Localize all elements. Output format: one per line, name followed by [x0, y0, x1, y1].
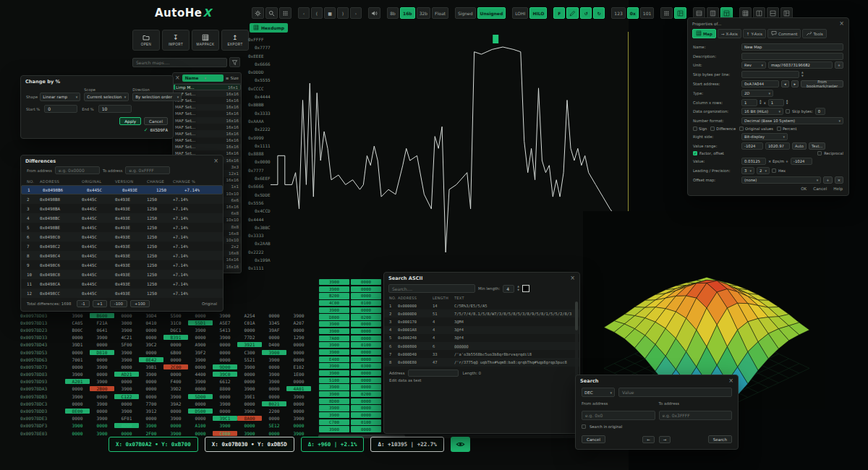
hex-cell[interactable]: 0000: [65, 431, 90, 436]
offset-map-add-button[interactable]: +: [823, 176, 832, 184]
hex-cell[interactable]: 0000: [90, 357, 114, 362]
hex-cell[interactable]: 2F00: [139, 431, 163, 436]
diff-row[interactable]: 70x0498C20x445C0x493E1250+7.14%: [21, 242, 223, 251]
maps-sort-name[interactable]: Name▾: [182, 74, 224, 82]
hex-cell[interactable]: 0000: [90, 372, 114, 377]
hex-cell[interactable]: 3900: [319, 342, 349, 348]
hex-cell[interactable]: 0000: [163, 357, 188, 362]
tab-y-axis[interactable]: ↑Y-Axis: [743, 29, 766, 38]
hex-cell[interactable]: 0000: [188, 335, 213, 340]
hex-cell[interactable]: 3900: [237, 386, 262, 391]
hex-cell[interactable]: 0100: [351, 300, 381, 306]
close-icon[interactable]: ×: [839, 21, 844, 27]
offset-map-clear-button[interactable]: ×: [835, 176, 843, 184]
cancel-button[interactable]: Cancel: [813, 187, 827, 191]
hex-cell[interactable]: B600: [90, 313, 114, 318]
min-length-input[interactable]: [503, 285, 514, 293]
hex-cell[interactable]: 3900: [319, 426, 349, 432]
hex-cell[interactable]: 4C00: [319, 300, 349, 306]
hex-cell[interactable]: C122: [114, 394, 139, 399]
hex-cell[interactable]: 3900: [237, 431, 262, 436]
skip-stepper[interactable]: ▲▼: [801, 72, 804, 77]
precision-select[interactable]: 2▾: [757, 167, 770, 174]
hex-cell[interactable]: 3900: [213, 423, 237, 428]
hex-cell[interactable]: 3900: [114, 357, 139, 362]
hex-cell[interactable]: 55D1: [188, 320, 213, 325]
hex-cell[interactable]: 9D00: [213, 364, 237, 369]
status-coords-button[interactable]: X: 0x07B030 • Y: 0xDB5D: [205, 437, 294, 452]
range-min-input[interactable]: [741, 142, 763, 150]
hex-cell[interactable]: 8800: [213, 386, 237, 391]
hex-cell[interactable]: 0000: [351, 293, 381, 299]
diff-to-input[interactable]: [125, 166, 170, 174]
status-delta-button[interactable]: Δ: +10395 | +22.7%: [370, 437, 443, 452]
diff-row[interactable]: 100x0498C80x445C0x493E1250+7.14%: [21, 270, 223, 279]
help-button[interactable]: Help: [833, 187, 843, 191]
hex-cell[interactable]: 0000: [351, 426, 381, 432]
hex-cell[interactable]: 3900: [213, 401, 237, 406]
range-text-button[interactable]: Text...: [809, 142, 825, 150]
ascii-address-input[interactable]: [408, 369, 459, 377]
search-button[interactable]: Search: [708, 435, 732, 443]
hex-cell[interactable]: 0000: [163, 409, 188, 414]
map-row[interactable]: MAF Set...16x16: [173, 90, 241, 97]
hex-cell[interactable]: 6612: [213, 379, 237, 384]
maps-sort-size[interactable]: ≡Size: [226, 76, 239, 80]
hex-row[interactable]: 0x00978D033900B600000039D4550000003900A2…: [20, 312, 311, 319]
hex-cell[interactable]: 0000: [139, 416, 163, 421]
type-select[interactable]: 2D▾: [741, 90, 773, 97]
close-icon[interactable]: ×: [213, 158, 218, 164]
hex-cell[interactable]: 3900: [319, 279, 349, 285]
hex-cell[interactable]: 0000: [286, 409, 311, 414]
tab-x-axis[interactable]: →X-Axis: [718, 29, 741, 38]
hex-cell[interactable]: 3900: [319, 328, 349, 334]
hex-cell[interactable]: 5F00: [114, 342, 139, 347]
toolbar-8b-button[interactable]: 8b: [387, 7, 399, 19]
hex-cell[interactable]: 3900: [90, 401, 114, 406]
cancel-button[interactable]: Cancel: [144, 117, 168, 125]
hex-cell[interactable]: 39D4: [139, 313, 163, 318]
hex-cell[interactable]: CA05: [65, 320, 90, 325]
hex-cell[interactable]: 4400: [188, 372, 213, 377]
hex-cell[interactable]: C300: [237, 350, 262, 355]
import-button[interactable]: ↧IMPORT: [162, 30, 190, 51]
hex-cell[interactable]: 0000: [351, 307, 381, 313]
hex-cell[interactable]: 4D00: [114, 423, 139, 428]
hex-cell[interactable]: A5E7: [213, 320, 237, 325]
close-icon[interactable]: ×: [570, 275, 575, 281]
hex-cell[interactable]: 1290: [286, 335, 311, 340]
columns-input[interactable]: [741, 99, 757, 106]
hex-cell[interactable]: 3900: [262, 379, 286, 384]
hex-cell[interactable]: 3900: [237, 409, 262, 414]
hex-cell[interactable]: 0000: [237, 328, 262, 333]
next-result-button[interactable]: →: [659, 436, 671, 443]
hex-cell[interactable]: 6B00: [163, 350, 188, 355]
hex-cell[interactable]: 3900: [213, 313, 237, 318]
diff-from-input[interactable]: [55, 166, 100, 174]
hex-row[interactable]: 0x00978D8339000000AD2139000000440039C000…: [20, 371, 311, 378]
more-button[interactable]: [660, 7, 673, 19]
hex-cell[interactable]: 3900: [114, 328, 139, 333]
hex-cell[interactable]: 3900: [319, 370, 349, 376]
hex-cell[interactable]: 0200: [351, 391, 381, 397]
hex-cell[interactable]: 5100: [319, 377, 349, 383]
hex-cell[interactable]: 0000: [65, 364, 90, 369]
toolbar-0x-button[interactable]: 0x: [627, 7, 639, 19]
diff-row[interactable]: 110x0498CA0x445C0x493E1250+7.14%: [21, 279, 223, 289]
difference-checkbox[interactable]: [710, 127, 715, 131]
unit-select[interactable]: Rev▾: [741, 61, 766, 69]
skip-bytes-input[interactable]: [741, 71, 799, 78]
map-row[interactable]: MAF Set...16x16: [173, 117, 241, 124]
hex-row[interactable]: 0x00978D530000D810390000006B0039F20000C3…: [20, 349, 311, 356]
hex-cell[interactable]: 3900: [114, 386, 139, 391]
hex-cell[interactable]: 0000: [163, 342, 188, 347]
hex-cell[interactable]: 3900: [237, 364, 262, 369]
hex-cell[interactable]: 0100: [351, 419, 381, 425]
hex-cell[interactable]: 0000: [163, 372, 188, 377]
hex-cell[interactable]: 39D1: [65, 342, 90, 347]
ascii-row[interactable]: 20x0000D0517/5/7/4/8.1/5/8/W7/3/8/5/8/5/…: [384, 309, 579, 317]
original-values-checkbox[interactable]: [739, 127, 744, 131]
toolbar-lohi-button[interactable]: LOHI: [512, 7, 528, 19]
hex-cell[interactable]: 0000: [90, 342, 114, 347]
hex-cell[interactable]: 0000: [286, 342, 311, 347]
